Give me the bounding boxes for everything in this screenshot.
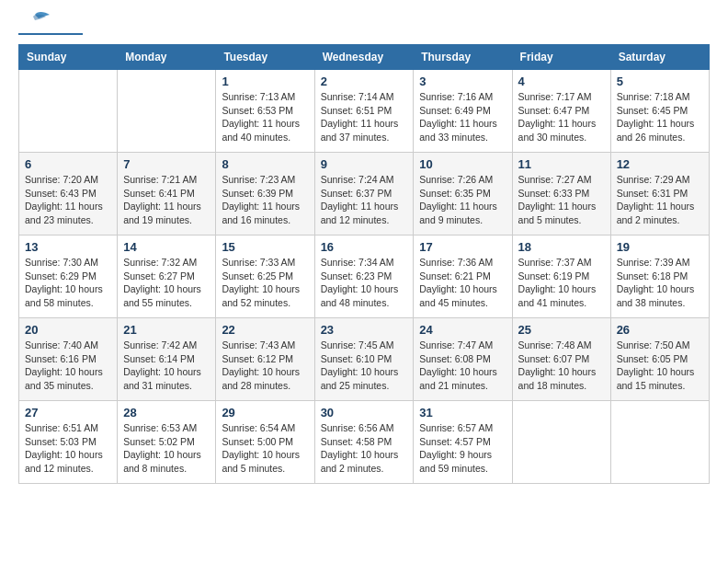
cell-content: Sunrise: 6:51 AMSunset: 5:03 PMDaylight:… (25, 421, 111, 476)
calendar-cell (610, 401, 709, 484)
cell-content: Sunrise: 7:48 AMSunset: 6:07 PMDaylight:… (518, 339, 605, 393)
calendar-cell: 23Sunrise: 7:45 AMSunset: 6:10 PMDayligh… (314, 318, 414, 401)
cell-content: Sunrise: 7:14 AMSunset: 6:51 PMDaylight:… (321, 90, 408, 144)
day-number: 20 (25, 323, 111, 337)
cell-content: Sunrise: 7:13 AMSunset: 6:53 PMDaylight:… (222, 90, 308, 144)
day-number: 24 (419, 323, 506, 337)
calendar-cell: 21Sunrise: 7:42 AMSunset: 6:14 PMDayligh… (118, 318, 216, 401)
calendar-cell: 14Sunrise: 7:32 AMSunset: 6:27 PMDayligh… (118, 236, 216, 318)
cell-content: Sunrise: 7:16 AMSunset: 6:49 PMDaylight:… (419, 90, 506, 144)
calendar-cell: 13Sunrise: 7:30 AMSunset: 6:29 PMDayligh… (19, 236, 118, 318)
calendar-cell: 3Sunrise: 7:16 AMSunset: 6:49 PMDaylight… (414, 70, 512, 153)
header-sunday: Sunday (19, 45, 118, 70)
day-number: 4 (518, 75, 605, 88)
cell-content: Sunrise: 6:54 AMSunset: 5:00 PMDaylight:… (222, 421, 308, 476)
cell-content: Sunrise: 6:56 AMSunset: 4:58 PMDaylight:… (321, 421, 408, 476)
calendar-cell: 18Sunrise: 7:37 AMSunset: 6:19 PMDayligh… (512, 236, 610, 318)
calendar-cell: 9Sunrise: 7:24 AMSunset: 6:37 PMDaylight… (314, 153, 414, 236)
cell-content: Sunrise: 7:27 AMSunset: 6:33 PMDaylight:… (518, 173, 605, 227)
cell-content: Sunrise: 7:18 AMSunset: 6:45 PMDaylight:… (617, 90, 703, 144)
calendar-cell: 24Sunrise: 7:47 AMSunset: 6:08 PMDayligh… (414, 318, 512, 401)
page-header (18, 18, 710, 35)
calendar-cell: 1Sunrise: 7:13 AMSunset: 6:53 PMDaylight… (216, 70, 314, 153)
day-number: 17 (419, 240, 506, 254)
day-number: 16 (321, 240, 408, 254)
calendar-cell: 27Sunrise: 6:51 AMSunset: 5:03 PMDayligh… (19, 401, 118, 484)
calendar-cell: 7Sunrise: 7:21 AMSunset: 6:41 PMDaylight… (118, 153, 216, 236)
cell-content: Sunrise: 7:30 AMSunset: 6:29 PMDaylight:… (25, 256, 111, 310)
calendar-cell: 2Sunrise: 7:14 AMSunset: 6:51 PMDaylight… (314, 70, 414, 153)
day-number: 21 (123, 323, 210, 337)
cell-content: Sunrise: 7:34 AMSunset: 6:23 PMDaylight:… (321, 256, 408, 310)
day-number: 26 (617, 323, 703, 337)
cell-content: Sunrise: 7:26 AMSunset: 6:35 PMDaylight:… (419, 173, 506, 227)
cell-content: Sunrise: 7:20 AMSunset: 6:43 PMDaylight:… (25, 173, 111, 227)
cell-content: Sunrise: 7:24 AMSunset: 6:37 PMDaylight:… (321, 173, 408, 227)
calendar-cell: 20Sunrise: 7:40 AMSunset: 6:16 PMDayligh… (19, 318, 118, 401)
day-number: 10 (419, 157, 506, 171)
header-tuesday: Tuesday (216, 45, 314, 70)
week-row-2: 6Sunrise: 7:20 AMSunset: 6:43 PMDaylight… (19, 153, 710, 236)
calendar-table: SundayMondayTuesdayWednesdayThursdayFrid… (18, 44, 710, 484)
week-row-4: 20Sunrise: 7:40 AMSunset: 6:16 PMDayligh… (19, 318, 710, 401)
day-number: 31 (419, 406, 506, 419)
day-number: 9 (321, 157, 408, 171)
cell-content: Sunrise: 7:29 AMSunset: 6:31 PMDaylight:… (617, 173, 703, 227)
calendar-cell: 4Sunrise: 7:17 AMSunset: 6:47 PMDaylight… (512, 70, 610, 153)
cell-content: Sunrise: 7:50 AMSunset: 6:05 PMDaylight:… (617, 339, 703, 393)
day-number: 12 (617, 157, 703, 171)
header-monday: Monday (118, 45, 216, 70)
cell-content: Sunrise: 7:43 AMSunset: 6:12 PMDaylight:… (222, 339, 308, 393)
day-number: 2 (321, 75, 408, 88)
day-number: 1 (222, 75, 308, 88)
calendar-cell: 19Sunrise: 7:39 AMSunset: 6:18 PMDayligh… (610, 236, 709, 318)
week-row-1: 1Sunrise: 7:13 AMSunset: 6:53 PMDaylight… (19, 70, 710, 153)
calendar-cell: 31Sunrise: 6:57 AMSunset: 4:57 PMDayligh… (414, 401, 512, 484)
cell-content: Sunrise: 7:33 AMSunset: 6:25 PMDaylight:… (222, 256, 308, 310)
calendar-cell: 12Sunrise: 7:29 AMSunset: 6:31 PMDayligh… (610, 153, 709, 236)
day-number: 30 (321, 406, 408, 419)
cell-content: Sunrise: 7:47 AMSunset: 6:08 PMDaylight:… (419, 339, 506, 393)
day-number: 13 (25, 240, 111, 254)
calendar-cell: 26Sunrise: 7:50 AMSunset: 6:05 PMDayligh… (610, 318, 709, 401)
cell-content: Sunrise: 7:42 AMSunset: 6:14 PMDaylight:… (123, 339, 210, 393)
logo-bird-icon (20, 11, 50, 31)
calendar-cell (118, 70, 216, 153)
calendar-cell: 5Sunrise: 7:18 AMSunset: 6:45 PMDaylight… (610, 70, 709, 153)
calendar-cell: 29Sunrise: 6:54 AMSunset: 5:00 PMDayligh… (216, 401, 314, 484)
calendar-cell: 6Sunrise: 7:20 AMSunset: 6:43 PMDaylight… (19, 153, 118, 236)
calendar-cell: 16Sunrise: 7:34 AMSunset: 6:23 PMDayligh… (314, 236, 414, 318)
cell-content: Sunrise: 7:39 AMSunset: 6:18 PMDaylight:… (617, 256, 703, 310)
calendar-cell: 15Sunrise: 7:33 AMSunset: 6:25 PMDayligh… (216, 236, 314, 318)
week-row-3: 13Sunrise: 7:30 AMSunset: 6:29 PMDayligh… (19, 236, 710, 318)
day-number: 15 (222, 240, 308, 254)
calendar-cell: 30Sunrise: 6:56 AMSunset: 4:58 PMDayligh… (314, 401, 414, 484)
header-saturday: Saturday (610, 45, 709, 70)
day-number: 3 (419, 75, 506, 88)
calendar-cell: 22Sunrise: 7:43 AMSunset: 6:12 PMDayligh… (216, 318, 314, 401)
cell-content: Sunrise: 7:40 AMSunset: 6:16 PMDaylight:… (25, 339, 111, 393)
cell-content: Sunrise: 7:21 AMSunset: 6:41 PMDaylight:… (123, 173, 210, 227)
day-number: 22 (222, 323, 308, 337)
day-number: 6 (25, 157, 111, 171)
day-number: 8 (222, 157, 308, 171)
cell-content: Sunrise: 7:37 AMSunset: 6:19 PMDaylight:… (518, 256, 605, 310)
cell-content: Sunrise: 6:53 AMSunset: 5:02 PMDaylight:… (123, 421, 210, 476)
day-number: 23 (321, 323, 408, 337)
cell-content: Sunrise: 6:57 AMSunset: 4:57 PMDaylight:… (419, 421, 506, 476)
calendar-cell: 28Sunrise: 6:53 AMSunset: 5:02 PMDayligh… (118, 401, 216, 484)
calendar-cell: 10Sunrise: 7:26 AMSunset: 6:35 PMDayligh… (414, 153, 512, 236)
calendar-cell: 11Sunrise: 7:27 AMSunset: 6:33 PMDayligh… (512, 153, 610, 236)
day-number: 7 (123, 157, 210, 171)
header-thursday: Thursday (414, 45, 512, 70)
day-number: 25 (518, 323, 605, 337)
cell-content: Sunrise: 7:17 AMSunset: 6:47 PMDaylight:… (518, 90, 605, 144)
day-number: 5 (617, 75, 703, 88)
calendar-cell (512, 401, 610, 484)
cell-content: Sunrise: 7:36 AMSunset: 6:21 PMDaylight:… (419, 256, 506, 310)
logo (18, 18, 83, 35)
cell-content: Sunrise: 7:23 AMSunset: 6:39 PMDaylight:… (222, 173, 308, 227)
cell-content: Sunrise: 7:32 AMSunset: 6:27 PMDaylight:… (123, 256, 210, 310)
day-number: 27 (25, 406, 111, 419)
week-row-5: 27Sunrise: 6:51 AMSunset: 5:03 PMDayligh… (19, 401, 710, 484)
